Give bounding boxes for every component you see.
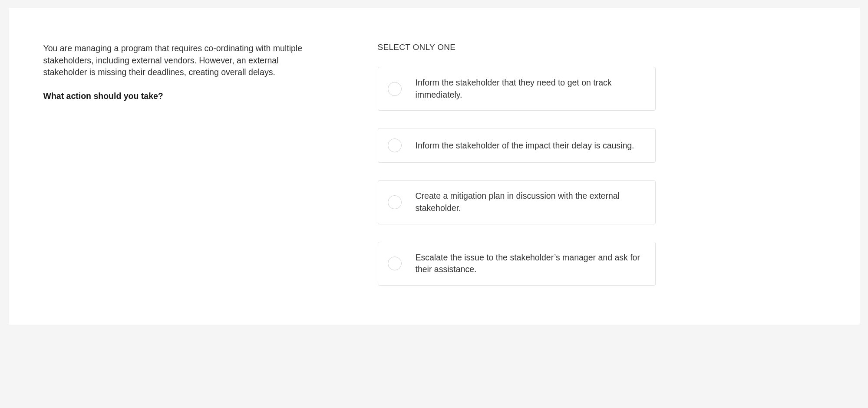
answer-option-2[interactable]: Inform the stakeholder of the impact the…	[378, 128, 656, 163]
answer-option-1[interactable]: Inform the stakeholder that they need to…	[378, 67, 656, 111]
answer-option-label: Inform the stakeholder that they need to…	[416, 77, 645, 101]
selection-instruction: SELECT ONLY ONE	[378, 43, 656, 52]
answer-option-4[interactable]: Escalate the issue to the stakeholder’s …	[378, 242, 656, 286]
radio-icon	[388, 82, 402, 96]
answer-option-label: Create a mitigation plan in discussion w…	[416, 190, 645, 214]
answers-column: SELECT ONLY ONE Inform the stakeholder t…	[378, 43, 656, 286]
question-card: You are managing a program that requires…	[9, 8, 860, 325]
answer-option-label: Escalate the issue to the stakeholder’s …	[416, 252, 645, 276]
radio-icon	[388, 257, 402, 270]
answer-option-label: Inform the stakeholder of the impact the…	[416, 140, 634, 152]
radio-icon	[388, 195, 402, 209]
radio-icon	[388, 138, 402, 152]
answer-option-3[interactable]: Create a mitigation plan in discussion w…	[378, 180, 656, 224]
question-column: You are managing a program that requires…	[43, 43, 321, 286]
question-prompt-text: What action should you take?	[43, 90, 321, 102]
question-scenario-text: You are managing a program that requires…	[43, 43, 321, 79]
